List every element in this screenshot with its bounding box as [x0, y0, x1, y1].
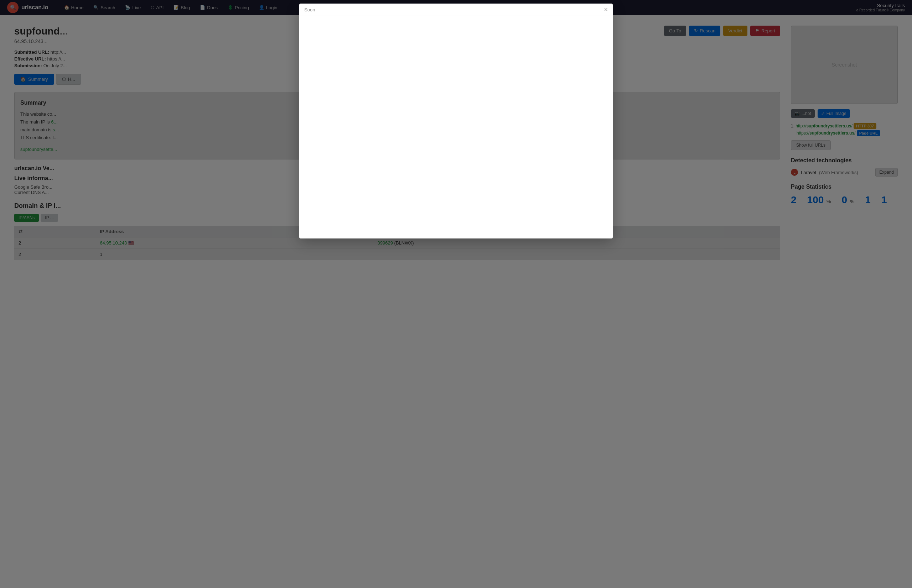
modal-body: [299, 16, 613, 237]
modal-overlay[interactable]: Soon ×: [0, 0, 912, 588]
modal: Soon ×: [299, 3, 613, 239]
modal-close-button[interactable]: ×: [604, 6, 608, 13]
modal-title: Soon: [304, 7, 315, 13]
modal-header: Soon ×: [299, 3, 613, 16]
